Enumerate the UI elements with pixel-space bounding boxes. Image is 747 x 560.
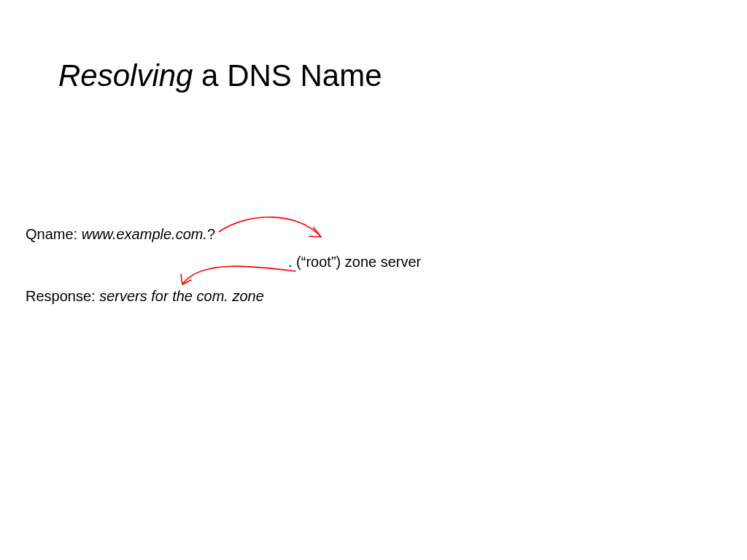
qname-suffix: ? — [207, 226, 215, 242]
arrow-root-to-response — [181, 266, 295, 284]
qname-label: Qname: — [26, 226, 82, 242]
qname-value: www.example.com. — [82, 226, 207, 242]
title-italic: Resolving — [58, 58, 193, 93]
page-title: Resolving a DNS Name — [58, 58, 382, 93]
response-value: servers for the com. zone — [99, 288, 264, 304]
root-text: . (“root”) zone server — [288, 254, 421, 270]
root-server-line: . (“root”) zone server — [288, 254, 421, 271]
slide: Resolving a DNS Name Qname: www.example.… — [0, 0, 747, 560]
arrow-qname-to-root — [219, 217, 321, 237]
response-line: Response: servers for the com. zone — [26, 288, 264, 305]
response-label: Response: — [26, 288, 99, 304]
qname-line: Qname: www.example.com.? — [26, 226, 215, 243]
title-rest: a DNS Name — [193, 58, 382, 93]
